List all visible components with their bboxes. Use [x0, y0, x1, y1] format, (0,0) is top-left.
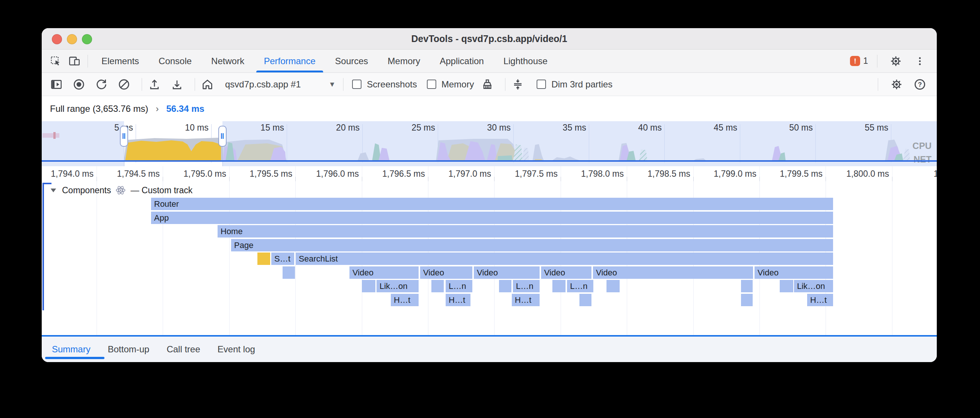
- performance-toolbar: qsvd7p.csb.app #1 ▼ Screenshots Memory: [42, 73, 937, 96]
- tab-performance[interactable]: Performance: [254, 49, 325, 73]
- breadcrumb-current-range[interactable]: 56.34 ms: [166, 104, 204, 114]
- flame-bar[interactable]: Video: [593, 266, 753, 279]
- flame-bar[interactable]: [431, 280, 444, 292]
- flame-bar[interactable]: Lik…on: [794, 280, 833, 292]
- overview-tick-label: 25 ms: [412, 123, 435, 133]
- track-selection-bracket: [43, 183, 51, 310]
- timeline-overview[interactable]: 5 ms10 ms15 ms20 ms25 ms30 ms35 ms40 ms4…: [42, 121, 937, 166]
- download-profile-button[interactable]: [169, 76, 186, 93]
- titlebar: DevTools - qsvd7p.csb.app/video/1: [42, 28, 937, 49]
- ruler-tick-mark: [826, 177, 826, 181]
- tab-application[interactable]: Application: [430, 49, 493, 73]
- ruler-tick-mark: [494, 177, 495, 181]
- breadcrumb-full-range[interactable]: Full range (3,653.76 ms): [50, 104, 148, 114]
- clear-button[interactable]: [115, 76, 133, 93]
- collect-garbage-button[interactable]: [479, 76, 496, 93]
- flame-bar[interactable]: H…t: [512, 294, 539, 306]
- flame-bar[interactable]: Video: [754, 266, 833, 279]
- flamechart-pane[interactable]: Components — Custom track RouterAppHomeP…: [42, 181, 937, 335]
- flame-bar[interactable]: Home: [218, 225, 833, 238]
- ruler-tick-mark: [229, 177, 230, 181]
- tab-elements[interactable]: Elements: [92, 49, 149, 73]
- tab-bottom-up[interactable]: Bottom-up: [108, 344, 150, 355]
- flame-bar[interactable]: [283, 266, 295, 279]
- memory-checkbox-group[interactable]: Memory: [427, 79, 474, 90]
- overview-tick-label: 10 ms: [185, 123, 208, 133]
- flame-bar[interactable]: App: [151, 212, 833, 224]
- tab-summary[interactable]: Summary: [52, 344, 91, 355]
- screenshots-label: Screenshots: [367, 79, 417, 90]
- flame-bar[interactable]: Router: [151, 198, 833, 210]
- record-button[interactable]: [70, 76, 88, 93]
- ruler-tick-label: 1,798.0 ms: [581, 166, 624, 181]
- issues-counter[interactable]: ! 1: [850, 56, 868, 66]
- upload-profile-button[interactable]: [146, 76, 163, 93]
- dim-3rd-parties-checkbox-group[interactable]: Dim 3rd parties: [536, 79, 612, 90]
- flame-bar[interactable]: Lik…on: [377, 280, 418, 292]
- garbage-brush-icon: [481, 78, 494, 91]
- tab-event-log[interactable]: Event log: [218, 344, 255, 355]
- flame-bar[interactable]: [499, 280, 511, 292]
- flame-bar[interactable]: [362, 280, 375, 292]
- flame-bar[interactable]: [606, 280, 620, 292]
- help-button[interactable]: ?: [911, 76, 929, 93]
- flame-bar[interactable]: Video: [350, 266, 418, 279]
- flame-bar[interactable]: SearchList: [296, 253, 833, 265]
- more-options-button[interactable]: [910, 52, 929, 70]
- flame-bar[interactable]: Page: [231, 239, 833, 252]
- panel-left-icon: [50, 78, 63, 91]
- flame-bar[interactable]: H…t: [391, 294, 418, 306]
- flame-bar[interactable]: L…n: [445, 280, 473, 292]
- flame-bar[interactable]: L…n: [513, 280, 539, 292]
- flame-bar[interactable]: S…t: [271, 253, 294, 265]
- tab-memory[interactable]: Memory: [378, 49, 430, 73]
- dim-3rd-parties-checkbox[interactable]: [536, 79, 546, 89]
- screenshots-checkbox-group[interactable]: Screenshots: [352, 79, 417, 90]
- flame-bar[interactable]: L…n: [567, 280, 593, 292]
- device-toolbar-button[interactable]: [65, 52, 84, 70]
- tab-call-tree[interactable]: Call tree: [167, 344, 200, 355]
- memory-checkbox[interactable]: [427, 79, 436, 89]
- flame-bar[interactable]: Video: [420, 266, 473, 279]
- flame-bar[interactable]: H…t: [807, 294, 833, 306]
- flame-bar[interactable]: Video: [474, 266, 539, 279]
- settings-button[interactable]: [886, 52, 905, 70]
- track-subtitle: — Custom track: [130, 185, 192, 195]
- overview-tick-label: 20 ms: [336, 123, 360, 133]
- flamechart-ruler: 1,794.0 ms1,794.5 ms1,795.0 ms1,795.5 ms…: [42, 166, 937, 181]
- ruler-tick-mark: [892, 177, 892, 181]
- net-lane-label: NET: [913, 154, 932, 165]
- live-metrics-button[interactable]: [199, 76, 216, 93]
- flame-bar[interactable]: H…t: [445, 294, 471, 306]
- selection-left-handle[interactable]: ‖: [120, 126, 128, 147]
- tab-lighthouse[interactable]: Lighthouse: [494, 49, 557, 73]
- ruler-tick-mark: [163, 177, 163, 181]
- tab-network[interactable]: Network: [201, 49, 254, 73]
- flame-bar[interactable]: [780, 280, 793, 292]
- flame-bar[interactable]: [258, 253, 270, 265]
- target-selector-value: qsvd7p.csb.app #1: [225, 79, 301, 90]
- issues-count: 1: [863, 56, 868, 66]
- capture-settings-button[interactable]: [888, 76, 905, 93]
- screenshots-checkbox[interactable]: [352, 79, 361, 89]
- tab-sources[interactable]: Sources: [325, 49, 378, 73]
- collapse-sections-button[interactable]: [509, 76, 527, 93]
- tab-console[interactable]: Console: [149, 49, 201, 73]
- record-and-reload-button[interactable]: [93, 76, 110, 93]
- custom-track-header[interactable]: Components — Custom track: [49, 185, 192, 195]
- flame-bar[interactable]: [741, 294, 752, 306]
- target-selector[interactable]: qsvd7p.csb.app #1 ▼: [225, 79, 336, 90]
- flame-bar[interactable]: [579, 294, 592, 306]
- ruler-tick-label: 1,798.5 ms: [648, 166, 690, 181]
- kebab-menu-icon: [914, 55, 926, 67]
- flame-bar[interactable]: [552, 280, 566, 292]
- reload-icon: [95, 78, 108, 91]
- block-icon: [117, 78, 131, 91]
- devtools-tabbar: Elements Console Network Performance Sou…: [42, 49, 937, 73]
- toggle-sidebar-button[interactable]: [48, 76, 65, 93]
- inspect-element-button[interactable]: [46, 52, 65, 70]
- flame-bar[interactable]: [741, 280, 752, 292]
- flame-bar[interactable]: Video: [541, 266, 592, 279]
- selection-right-handle[interactable]: ‖: [218, 126, 227, 147]
- help-icon: ?: [913, 78, 927, 91]
